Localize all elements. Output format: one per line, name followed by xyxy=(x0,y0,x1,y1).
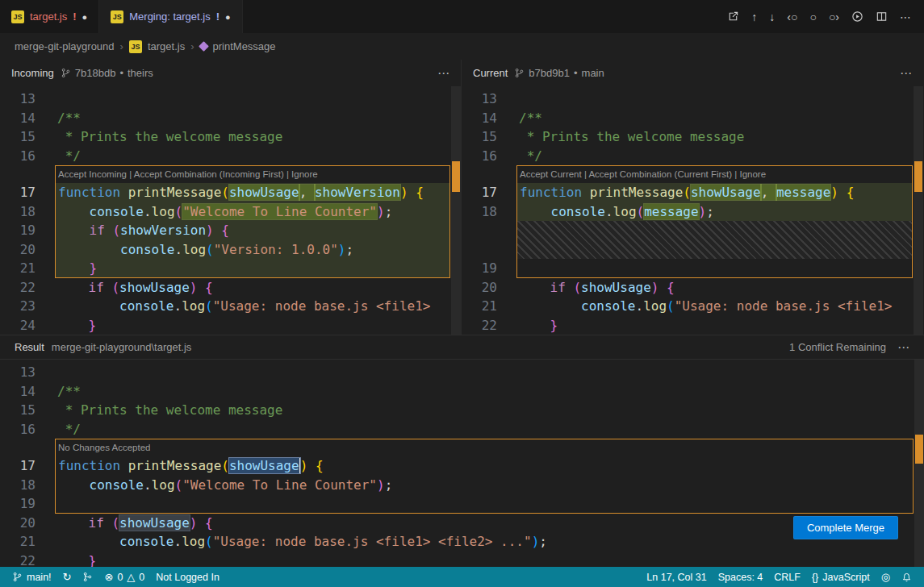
code-token: . xyxy=(174,298,182,314)
next-conflict-icon[interactable]: ↓ xyxy=(769,11,775,23)
language-label: JavaScript xyxy=(822,572,869,583)
code-token xyxy=(57,534,119,549)
code-content xyxy=(55,363,914,382)
ref-name: theirs xyxy=(128,67,153,79)
eol-setting[interactable]: CRLF xyxy=(768,572,806,583)
breadcrumb-folder[interactable]: merge-git-playground xyxy=(15,40,115,52)
tab-target-js[interactable]: JS target.js ! ● xyxy=(0,0,99,33)
run-icon[interactable] xyxy=(851,10,863,23)
code-row: 20 console.log("Version: 1.0.0"); xyxy=(0,240,461,260)
code-token: showUsage xyxy=(229,185,299,200)
conflict-actions[interactable]: Accept Current | Accept Combination (Cur… xyxy=(516,165,913,183)
line-number xyxy=(0,439,36,456)
open-changes-icon[interactable] xyxy=(727,10,739,23)
code-content xyxy=(516,90,913,109)
error-count: 0 xyxy=(117,572,123,583)
branch-indicator[interactable]: main! xyxy=(6,567,57,587)
code-token: ( xyxy=(112,223,120,238)
browser-icon[interactable]: ◎ xyxy=(876,572,896,582)
error-icon: ⊗ xyxy=(104,572,113,582)
code-token: log xyxy=(182,242,206,257)
code-token: ) xyxy=(190,280,198,295)
result-file-path: merge-git-playground\target.js xyxy=(52,341,191,353)
breadcrumb-file[interactable]: target.js xyxy=(148,40,185,52)
code-content xyxy=(55,494,914,514)
conflict-remaining-badge: 1 Conflict Remaining xyxy=(789,341,886,353)
complete-merge-button[interactable]: Complete Merge xyxy=(793,516,898,539)
line-number: 18 xyxy=(0,202,36,222)
layout-base-right-icon[interactable]: ○› xyxy=(829,11,839,23)
more-actions-icon[interactable]: ⋯ xyxy=(437,66,449,81)
sync-icon[interactable]: ↻ xyxy=(57,567,77,587)
line-number: 23 xyxy=(0,297,36,316)
code-token: console xyxy=(120,242,174,257)
code-content: } xyxy=(55,552,914,568)
result-editor[interactable]: 1314/**15 * Prints the welcome message16… xyxy=(0,360,924,567)
code-token: * Prints the welcome message xyxy=(519,129,744,144)
code-token: { xyxy=(316,458,324,473)
code-token xyxy=(120,185,128,200)
code-token: ( xyxy=(111,515,119,531)
incoming-editor[interactable]: 1314/**15 * Prints the welcome message16… xyxy=(0,86,461,335)
scrollbar-slider[interactable] xyxy=(914,86,923,335)
code-content: */ xyxy=(516,147,913,166)
more-actions-icon[interactable]: ⋯ xyxy=(897,340,909,355)
conflict-actions[interactable]: Accept Incoming | Accept Combination (In… xyxy=(55,165,450,183)
code-row: 20 if (showUsage) { xyxy=(0,514,924,533)
notifications-bell-icon[interactable] xyxy=(896,572,918,582)
code-token: if xyxy=(89,280,104,295)
language-mode[interactable]: {} JavaScript xyxy=(806,572,876,583)
line-number: 21 xyxy=(462,297,497,316)
code-token xyxy=(58,477,90,493)
code-token: log xyxy=(643,298,667,314)
overview-ruler[interactable] xyxy=(914,86,923,335)
code-row: 19 if (showVersion) { xyxy=(0,221,461,240)
separator-dot: • xyxy=(119,67,123,79)
code-token xyxy=(57,318,89,333)
line-number: 14 xyxy=(0,109,36,128)
code-content: */ xyxy=(55,147,450,166)
pane-title: Incoming xyxy=(11,67,54,79)
breadcrumb-symbol[interactable]: printMessage xyxy=(213,40,276,52)
code-token xyxy=(408,185,416,200)
git-merge-icon[interactable] xyxy=(77,567,98,587)
line-number: 19 xyxy=(0,494,36,514)
symbol-method-icon xyxy=(199,41,209,52)
code-token: ) xyxy=(830,185,838,200)
code-token: { xyxy=(667,280,675,295)
code-token xyxy=(519,318,550,333)
code-token: ( xyxy=(206,242,214,257)
dirty-indicator[interactable]: ● xyxy=(225,12,231,22)
code-token xyxy=(307,458,316,473)
commit-hash: b7bd9b1 xyxy=(529,67,570,79)
cursor-position[interactable]: Ln 17, Col 31 xyxy=(641,572,712,583)
previous-conflict-icon[interactable]: ↑ xyxy=(751,11,757,23)
code-token: ) xyxy=(300,458,308,473)
problems-indicator[interactable]: ⊗ 0 △ 0 xyxy=(98,567,150,587)
tab-merging-target-js[interactable]: JS Merging: target.js ! ● xyxy=(99,0,242,33)
dirty-indicator[interactable]: ● xyxy=(82,12,88,22)
code-token xyxy=(197,280,205,295)
line-number: 19 xyxy=(462,259,497,278)
layout-base-center-icon[interactable]: ○ xyxy=(809,11,816,23)
overview-ruler[interactable] xyxy=(451,86,461,335)
code-token xyxy=(58,260,90,276)
alignment-gap-row xyxy=(462,221,923,259)
more-actions-icon[interactable]: ⋯ xyxy=(900,66,912,81)
conflict-marker xyxy=(915,435,923,464)
result-pane: 1314/**15 * Prints the welcome message16… xyxy=(0,360,924,567)
current-editor[interactable]: 1314/**15 * Prints the welcome message16… xyxy=(462,86,923,335)
layout-base-left-icon[interactable]: ‹○ xyxy=(787,11,797,23)
code-content: function printMessage(showUsage, showVer… xyxy=(55,183,450,202)
code-row: 16 */ xyxy=(462,147,923,166)
indentation-setting[interactable]: Spaces: 4 xyxy=(713,572,769,583)
login-status[interactable]: Not Logged In xyxy=(150,567,225,587)
overview-ruler[interactable] xyxy=(914,360,924,567)
split-editor-icon[interactable] xyxy=(876,10,888,23)
conflict-actions[interactable]: No Changes Accepted xyxy=(55,439,914,456)
braces-icon: {} xyxy=(812,572,818,583)
scrollbar-slider[interactable] xyxy=(451,86,461,335)
more-actions-icon[interactable]: ⋯ xyxy=(900,11,911,23)
code-token: showUsage xyxy=(119,515,190,531)
code-token: console xyxy=(551,204,605,219)
